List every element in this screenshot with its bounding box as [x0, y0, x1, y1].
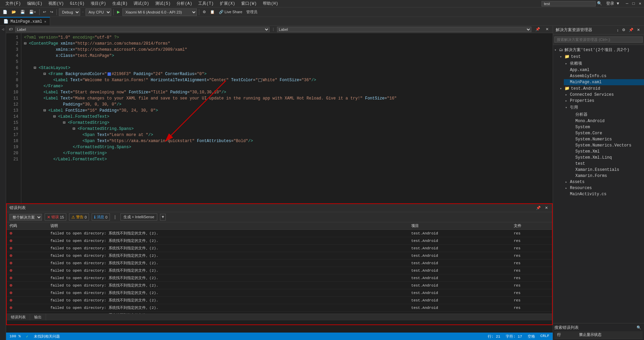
nav-close-btn[interactable]: ✕ — [544, 26, 550, 32]
tree-system-numerics[interactable]: System.Numerics — [569, 136, 644, 142]
spacer-icon — [571, 138, 575, 141]
menu-item-window[interactable]: 窗口(W) — [238, 0, 259, 7]
minimize-icon[interactable]: ─ — [626, 1, 628, 6]
run-button[interactable]: ▶ — [116, 9, 121, 15]
sol-pin-btn[interactable]: 📌 — [627, 27, 635, 33]
nav-select-left[interactable]: Label — [15, 27, 270, 32]
tree-references[interactable]: ▾ 引用 — [564, 104, 644, 111]
liveshare-btn[interactable]: 🔗 Live Share — [217, 9, 244, 15]
table-row[interactable]: ⊗ failed to open directory: 系统找不到指定的文件。(… — [7, 259, 552, 267]
tree-assets[interactable]: ▸ Assets — [564, 179, 644, 185]
table-row[interactable]: ⊗ failed to open directory: 系统找不到指定的文件。(… — [7, 304, 552, 312]
menu-item-build[interactable]: 生成(B) — [110, 0, 131, 7]
code-content[interactable]: <?xml version="1.0" encoding="utf-8" ?> … — [21, 33, 553, 211]
toolbar-open[interactable]: 📂 — [10, 9, 18, 15]
menu-item-edit[interactable]: 编辑(E) — [24, 0, 45, 7]
toolbar-btn-extra2[interactable]: 📋 — [209, 9, 216, 15]
error-table: 代码 说明 项目 文件 ⊗ failed to open directory: … — [7, 222, 552, 314]
tree-connected-services[interactable]: ▸ Connected Services — [564, 92, 644, 98]
tab-close-button[interactable]: ✕ — [44, 20, 46, 24]
table-row[interactable]: ⊗ failed to open directory: 系统找不到指定的文件。(… — [7, 237, 552, 245]
error-count-button[interactable]: ✕ 错误 15 — [45, 213, 66, 221]
table-row[interactable]: ⊗ failed to open directory: 系统找不到指定的文件。(… — [7, 274, 552, 282]
build-dropdown-icon[interactable]: ▼ — [160, 214, 166, 221]
tree-properties[interactable]: ▸ Properties — [564, 98, 644, 104]
menu-item-view[interactable]: 视图(V) — [46, 0, 67, 7]
xamarin-forms-label: Xamarin.Forms — [575, 174, 607, 178]
tree-system[interactable]: System — [569, 124, 644, 130]
toolbar-redo[interactable]: ↪ — [49, 9, 54, 15]
info-count-button[interactable]: ℹ 消息 0 — [92, 213, 110, 221]
tree-app-xaml[interactable]: App.xaml — [564, 67, 644, 73]
tree-xamarin-forms[interactable]: Xamarin.Forms — [569, 173, 644, 179]
tree-assemblyinfo[interactable]: AssemblyInfo.cs — [564, 73, 644, 79]
tab-icon: 📄 — [3, 19, 8, 24]
nav-select-right[interactable]: Label — [277, 27, 531, 32]
tree-project-android[interactable]: ▾ 📁 test.Android — [558, 85, 644, 92]
table-row[interactable]: ⊗ failed to open directory: 系统找不到指定的文件。(… — [7, 245, 552, 252]
tree-mainactivity[interactable]: MainActivity.cs — [564, 191, 644, 197]
code-editor[interactable]: 12345 678910 1112131415 1617181920 21 <?… — [6, 33, 553, 211]
menu-item-extensions[interactable]: 扩展(X) — [217, 0, 238, 7]
tree-analyzers[interactable]: 分析器 — [569, 111, 644, 118]
config-select[interactable]: Debug — [59, 8, 80, 16]
error-panel-header: 错误列表 📌 ✕ — [7, 204, 552, 212]
tree-system-xml[interactable]: System.Xml — [569, 149, 644, 155]
menu-item-tools[interactable]: 工具(T) — [196, 0, 216, 7]
menu-item-test[interactable]: 测试(S) — [153, 0, 174, 7]
error-table-container[interactable]: 代码 说明 项目 文件 ⊗ failed to open directory: … — [7, 222, 552, 314]
menu-item-file[interactable]: 文件(F) — [3, 0, 24, 7]
table-row[interactable]: ⊗ failed to open directory: 系统找不到指定的文件。(… — [7, 289, 552, 297]
tree-system-numerics-vectors[interactable]: System.Numerics.Vectors — [569, 142, 644, 149]
tree-system-xml-linq[interactable]: System.Xml.Linq — [569, 155, 644, 161]
menu-item-help[interactable]: 帮助(H) — [260, 0, 281, 7]
sol-sync-btn[interactable]: ↕ — [616, 27, 620, 33]
system-xml-linq-label: System.Xml.Linq — [575, 155, 612, 160]
error-search-btn[interactable]: 🔍 — [635, 325, 643, 331]
tree-mainpage-xaml[interactable]: MainPage.xaml — [564, 79, 644, 85]
toolbar-save-all[interactable]: 💾+ — [28, 9, 37, 15]
table-row[interactable]: ⊗ failed to open directory: 系统找不到指定的文件。(… — [7, 267, 552, 274]
table-row[interactable]: ⊗ failed to open directory: 系统找不到指定的文件。(… — [7, 282, 552, 289]
sol-settings-btn[interactable]: ⚙ — [621, 27, 627, 33]
tree-mono-android[interactable]: Mono.Android — [569, 118, 644, 124]
gutter-icon-1[interactable]: ◁ — [1, 27, 5, 31]
warn-count-button[interactable]: ⚠ 警告 0 — [69, 213, 89, 221]
tree-resources[interactable]: ▸ Resources — [564, 185, 644, 191]
error-scope-select[interactable]: 整个解决方案 — [9, 214, 42, 221]
tree-xamarin-essentials[interactable]: Xamarin.Essentials — [569, 167, 644, 173]
menu-item-analyze[interactable]: 分析(A) — [174, 0, 195, 7]
nav-pin-btn[interactable]: 📌 — [534, 26, 542, 32]
close-icon[interactable]: ✕ — [639, 1, 641, 6]
cell-project: test.Android — [409, 230, 511, 237]
menu-item-debug[interactable]: 调试(D) — [131, 0, 152, 7]
toolbar-new[interactable]: 📄 — [1, 9, 9, 15]
cell-file: res — [511, 252, 552, 259]
tab-mainpage-xaml[interactable]: 📄 MainPage.xaml ✕ — [0, 17, 50, 25]
bottom-tab-output[interactable]: 输出 — [30, 314, 46, 320]
global-search-input[interactable] — [542, 1, 596, 6]
device-select[interactable]: Xiaomi MI 6 (Android 6.0 - API 23) — [122, 8, 197, 16]
platform-select[interactable]: Any CPU — [86, 8, 111, 16]
error-panel-close[interactable]: ✕ — [544, 205, 549, 211]
menu-item-git[interactable]: Git(G) — [67, 1, 87, 7]
tree-system-core[interactable]: System.Core — [569, 130, 644, 136]
toolbar-manage[interactable]: 管理员 — [245, 9, 259, 15]
tree-solution-root[interactable]: ▾ 🗂 解决方案'test'(2个项目，共2个) — [553, 46, 644, 53]
error-panel-pin[interactable]: 📌 — [535, 205, 542, 211]
toolbar-save[interactable]: 💾 — [19, 9, 26, 15]
tree-dependencies[interactable]: ▸ 依赖项 — [564, 60, 644, 67]
solution-search-input[interactable] — [554, 37, 643, 43]
tree-test-ref[interactable]: test — [569, 161, 644, 167]
tree-project-test[interactable]: ▾ 📁 test — [558, 53, 644, 60]
toolbar-btn-extra1[interactable]: ⚙ — [201, 9, 207, 15]
table-row[interactable]: ⊗ failed to open directory: 系统找不到指定的文件。(… — [7, 252, 552, 259]
restore-icon[interactable]: □ — [632, 1, 635, 6]
toolbar-undo[interactable]: ↩ — [42, 9, 47, 15]
menu-item-project[interactable]: 项目(P) — [88, 0, 109, 7]
table-row[interactable]: ⊗ failed to open directory: 系统找不到指定的文件。(… — [7, 297, 552, 304]
build-intellisense-button[interactable]: 生成 + IntelliSense — [120, 213, 157, 221]
table-row[interactable]: ⊗ failed to open directory: 系统找不到指定的文件。(… — [7, 230, 552, 237]
bottom-tab-errorlist[interactable]: 错误列表 — [7, 314, 30, 320]
sol-close-btn[interactable]: ✕ — [636, 27, 641, 33]
